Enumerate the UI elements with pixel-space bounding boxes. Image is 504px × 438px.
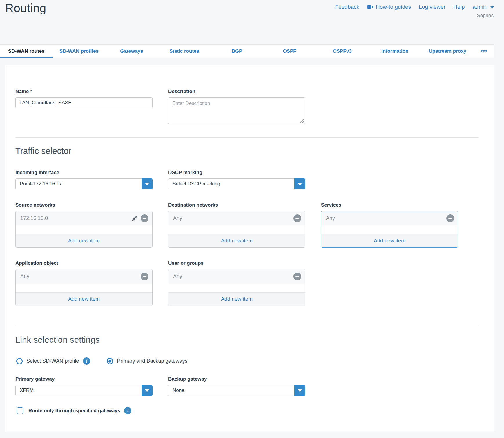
log-viewer-link[interactable]: Log viewer (419, 4, 445, 10)
remove-item-icon[interactable] (293, 273, 301, 280)
info-icon[interactable]: i (124, 407, 131, 414)
application-object-group: Application object Any Add new item (15, 260, 153, 306)
dscp-marking-value: Select DSCP marking (168, 181, 294, 187)
tab-static-routes[interactable]: Static routes (158, 45, 211, 58)
backup-gateway-dropdown-button[interactable] (294, 385, 305, 396)
source-networks-item-value: 172.16.16.0 (19, 215, 128, 221)
help-label: Help (453, 4, 465, 10)
description-field-group: Description (168, 89, 305, 124)
backup-gateway-select[interactable]: None (168, 385, 305, 396)
tab-sdwan-profiles-label: SD-WAN profiles (59, 48, 99, 54)
link-selection-radio-row: Select SD-WAN profile i Primary and Back… (16, 357, 494, 365)
services-item-value: Any (325, 215, 443, 221)
services-item: Any (321, 211, 458, 225)
user-or-groups-add-button[interactable]: Add new item (168, 292, 305, 306)
caret-down-icon (145, 389, 149, 392)
services-box: Any Add new item (321, 211, 458, 248)
user-or-groups-item-value: Any (172, 273, 291, 280)
user-or-groups-box: Any Add new item (168, 269, 305, 306)
source-networks-group: Source networks 172.16.16.0 Add new item (15, 202, 153, 248)
primary-gateway-label: Primary gateway (15, 376, 153, 382)
tab-static-routes-label: Static routes (169, 48, 199, 54)
active-tab-indicator (0, 57, 53, 58)
name-field-group: Name * (15, 89, 153, 108)
radio-primary-backup-gateways[interactable] (107, 358, 113, 364)
primary-gateway-dropdown-button[interactable] (142, 385, 153, 396)
source-networks-item: 172.16.16.0 (16, 211, 152, 225)
dscp-marking-group: DSCP marking Select DSCP marking (168, 170, 305, 189)
remove-item-icon[interactable] (141, 273, 148, 280)
gateways-row: Primary gateway XFRM Backup gateway None (15, 376, 494, 396)
networks-row: Source networks 172.16.16.0 Add new item… (15, 202, 494, 248)
services-add-button[interactable]: Add new item (321, 234, 458, 247)
application-object-add-button[interactable]: Add new item (16, 292, 152, 306)
source-networks-label: Source networks (15, 202, 153, 208)
feedback-link-label: Feedback (335, 4, 359, 10)
name-input[interactable] (15, 97, 153, 108)
tab-ospf-label: OSPF (283, 48, 296, 54)
primary-gateway-group: Primary gateway XFRM (15, 376, 153, 396)
radio-gateways-group: Primary and Backup gateways (107, 358, 187, 364)
sdwan-route-form-panel: Name * Description Traffic selector Inco… (5, 65, 494, 432)
user-or-groups-item: Any (168, 269, 305, 284)
videocam-icon (367, 5, 374, 9)
destination-networks-box: Any Add new item (168, 211, 305, 248)
name-label: Name * (15, 89, 153, 94)
tab-upstream-proxy[interactable]: Upstream proxy (421, 45, 474, 58)
tab-overflow-button[interactable]: ••• (474, 45, 494, 58)
tab-information-label: Information (381, 48, 409, 54)
incoming-interface-label: Incoming interface (15, 170, 153, 176)
radio-selected-dot (108, 360, 111, 363)
description-textarea-wrap (168, 97, 305, 124)
dscp-marking-dropdown-button[interactable] (294, 178, 305, 189)
remove-item-icon[interactable] (141, 214, 148, 222)
source-networks-add-button[interactable]: Add new item (16, 234, 152, 247)
description-label: Description (168, 89, 305, 94)
application-object-label: Application object (15, 260, 153, 266)
backup-gateway-label: Backup gateway (168, 376, 305, 382)
admin-label: admin (472, 4, 487, 10)
tab-gateways[interactable]: Gateways (105, 45, 158, 58)
dscp-marking-select[interactable]: Select DSCP marking (168, 178, 305, 189)
primary-gateway-select[interactable]: XFRM (15, 385, 153, 396)
tab-sdwan-profiles[interactable]: SD-WAN profiles (53, 45, 106, 58)
route-only-row: Route only through specified gateways i (17, 407, 494, 414)
dscp-marking-label: DSCP marking (168, 170, 305, 176)
edit-pencil-icon[interactable] (131, 215, 138, 222)
tab-ospf[interactable]: OSPF (263, 45, 316, 58)
source-networks-box-body (16, 225, 152, 234)
incoming-interface-select[interactable]: Port4-172.16.16.17 (15, 178, 153, 189)
backup-gateway-group: Backup gateway None (168, 376, 305, 396)
remove-item-icon[interactable] (293, 214, 301, 222)
application-object-item-value: Any (19, 273, 138, 280)
radio-primary-backup-gateways-label: Primary and Backup gateways (117, 358, 187, 364)
application-object-item: Any (16, 269, 152, 284)
howto-guides-link[interactable]: How-to guides (367, 4, 411, 10)
tab-bgp[interactable]: BGP (211, 45, 263, 58)
remove-item-icon[interactable] (446, 214, 454, 222)
radio-select-sdwan-profile[interactable] (16, 358, 23, 364)
section-divider (15, 137, 479, 138)
user-or-groups-group: User or groups Any Add new item (168, 260, 305, 306)
interface-dscp-row: Incoming interface Port4-172.16.16.17 DS… (15, 170, 494, 189)
tab-information[interactable]: Information (369, 45, 421, 58)
tab-upstream-proxy-label: Upstream proxy (429, 48, 466, 54)
log-viewer-label: Log viewer (419, 4, 445, 10)
application-object-box-body (16, 284, 152, 292)
description-textarea[interactable] (168, 97, 305, 124)
feedback-link[interactable]: Feedback (335, 4, 359, 10)
destination-networks-item: Any (168, 211, 305, 225)
admin-menu[interactable]: admin (472, 4, 494, 10)
route-only-checkbox[interactable] (17, 407, 23, 414)
page-title: Routing (5, 2, 46, 15)
help-link[interactable]: Help (453, 4, 465, 10)
tab-sdwan-routes[interactable]: SD-WAN routes (0, 45, 53, 58)
tab-ospfv3[interactable]: OSPFv3 (316, 45, 369, 58)
incoming-interface-group: Incoming interface Port4-172.16.16.17 (15, 170, 153, 189)
link-selection-heading: Link selection settings (15, 335, 494, 345)
destination-networks-label: Destination networks (168, 202, 305, 208)
info-icon[interactable]: i (83, 357, 90, 365)
destination-networks-add-button[interactable]: Add new item (168, 234, 305, 247)
incoming-interface-dropdown-button[interactable] (142, 178, 153, 189)
backup-gateway-value: None (168, 388, 294, 393)
